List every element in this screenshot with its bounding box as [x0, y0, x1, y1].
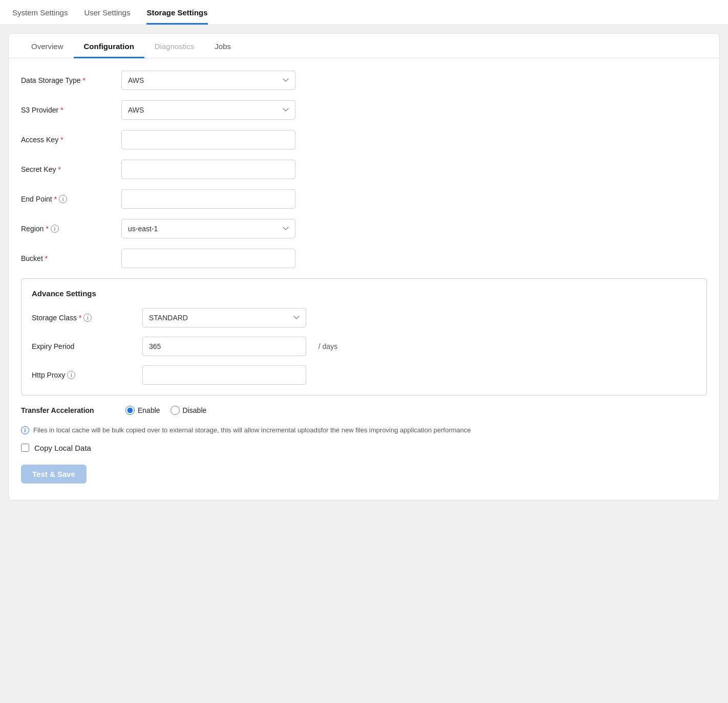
storage-class-label: Storage Class * i: [32, 314, 134, 322]
nav-user-settings[interactable]: User Settings: [84, 8, 130, 25]
s3-provider-select[interactable]: AWS MinIO Other: [121, 100, 295, 120]
region-row: Region * i us-east-1 us-west-1 us-west-2…: [21, 219, 707, 238]
end-point-row: End Point * i: [21, 189, 707, 209]
main-card: Overview Configuration Diagnostics Jobs …: [8, 33, 720, 500]
required-star-access: *: [60, 136, 63, 144]
radio-disable[interactable]: Disable: [170, 406, 207, 415]
endpoint-info-icon[interactable]: i: [59, 195, 67, 203]
expiry-period-row: Expiry Period / days: [32, 337, 696, 356]
data-storage-type-row: Data Storage Type * AWS Azure GCS Local: [21, 71, 707, 90]
required-star-storage: *: [79, 314, 81, 322]
bucket-row: Bucket *: [21, 249, 707, 268]
http-proxy-label: Http Proxy i: [32, 371, 134, 379]
form-content: Data Storage Type * AWS Azure GCS Local …: [9, 58, 719, 484]
nav-system-settings[interactable]: System Settings: [12, 8, 68, 25]
http-proxy-info-icon[interactable]: i: [67, 371, 75, 379]
test-save-button[interactable]: Test & Save: [21, 465, 87, 484]
s3-provider-row: S3 Provider * AWS MinIO Other: [21, 100, 707, 120]
required-star-secret: *: [58, 165, 60, 173]
required-star-s3: *: [60, 106, 63, 114]
radio-enable[interactable]: Enable: [125, 406, 160, 415]
transfer-acceleration-label: Transfer Acceleration: [21, 406, 113, 414]
secret-key-label: Secret Key *: [21, 165, 113, 173]
info-text: Files in local cache will be bulk copied…: [33, 425, 471, 435]
access-key-label: Access Key *: [21, 136, 113, 144]
region-select[interactable]: us-east-1 us-west-1 us-west-2 eu-west-1 …: [121, 219, 295, 238]
transfer-acceleration-row: Transfer Acceleration Enable Disable: [21, 406, 707, 415]
access-key-input[interactable]: [121, 130, 295, 149]
required-star-region: *: [46, 225, 48, 233]
tab-diagnostics: Diagnostics: [144, 34, 205, 58]
nav-storage-settings[interactable]: Storage Settings: [146, 8, 207, 25]
storage-class-select[interactable]: STANDARD STANDARD_IA ONEZONE_IA GLACIER: [142, 308, 306, 327]
http-proxy-row: Http Proxy i: [32, 365, 696, 385]
expiry-period-input[interactable]: [142, 337, 306, 356]
inner-tabs: Overview Configuration Diagnostics Jobs: [9, 34, 719, 58]
end-point-input[interactable]: [121, 189, 295, 209]
required-star-endpoint: *: [54, 195, 57, 203]
advance-settings-title: Advance Settings: [32, 289, 696, 298]
tab-configuration[interactable]: Configuration: [74, 34, 144, 58]
data-storage-type-label: Data Storage Type *: [21, 76, 113, 84]
radio-disable-input[interactable]: [170, 406, 180, 415]
required-star: *: [82, 76, 85, 84]
days-unit: / days: [318, 342, 337, 350]
radio-disable-label[interactable]: Disable: [183, 406, 207, 414]
copy-local-data-row: Copy Local Data: [21, 444, 707, 452]
copy-local-checkbox[interactable]: [21, 444, 29, 452]
transfer-acceleration-radio-group: Enable Disable: [125, 406, 206, 415]
bucket-label: Bucket *: [21, 254, 113, 262]
s3-provider-label: S3 Provider *: [21, 106, 113, 114]
tab-overview[interactable]: Overview: [21, 34, 74, 58]
required-star-bucket: *: [45, 254, 48, 262]
copy-local-label[interactable]: Copy Local Data: [34, 444, 91, 452]
secret-key-input[interactable]: [121, 160, 295, 179]
radio-enable-label[interactable]: Enable: [138, 406, 160, 414]
bucket-input[interactable]: [121, 249, 295, 268]
top-nav: System Settings User Settings Storage Se…: [0, 0, 728, 25]
access-key-row: Access Key *: [21, 130, 707, 149]
region-info-icon[interactable]: i: [51, 225, 59, 233]
advance-settings-box: Advance Settings Storage Class * i STAND…: [21, 278, 707, 396]
storage-class-info-icon[interactable]: i: [83, 314, 92, 322]
region-label: Region * i: [21, 225, 113, 233]
expiry-period-label: Expiry Period: [32, 342, 134, 350]
info-circle-icon: i: [21, 426, 29, 434]
info-text-row: i Files in local cache will be bulk copi…: [21, 425, 707, 435]
secret-key-row: Secret Key *: [21, 160, 707, 179]
storage-class-row: Storage Class * i STANDARD STANDARD_IA O…: [32, 308, 696, 327]
radio-enable-input[interactable]: [125, 406, 135, 415]
data-storage-type-select[interactable]: AWS Azure GCS Local: [121, 71, 295, 90]
http-proxy-input[interactable]: [142, 365, 306, 385]
tab-jobs[interactable]: Jobs: [204, 34, 241, 58]
end-point-label: End Point * i: [21, 195, 113, 203]
